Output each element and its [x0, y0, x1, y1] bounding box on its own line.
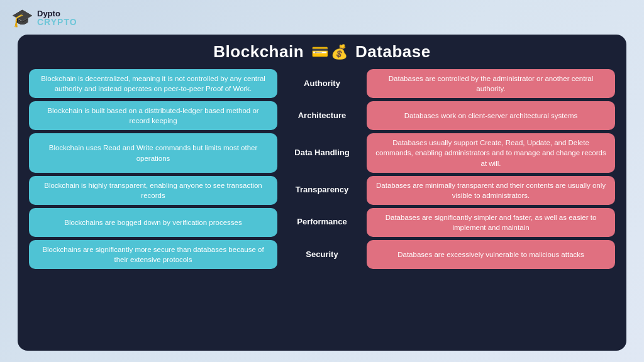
logo-crypto: CRYPTO — [37, 18, 77, 26]
vs-icons: 💳 💰 — [311, 44, 348, 60]
center-cell-1: Architecture — [281, 101, 363, 130]
right-cell-5: Databases are excessively vulnerable to … — [367, 240, 615, 269]
logo-text: Dypto CRYPTO — [37, 9, 77, 26]
right-cell-3: Databases are minimally transparent and … — [367, 176, 615, 205]
center-cell-4: Performance — [281, 208, 363, 237]
center-cell-3: Transparency — [281, 176, 363, 205]
right-cell-4: Databases are significantly simpler and … — [367, 208, 615, 237]
logo: 🎓 Dypto CRYPTO — [11, 8, 77, 28]
left-cell-0: Blockchain is decentralized, meaning it … — [29, 69, 277, 98]
logo-icon: 🎓 — [11, 8, 33, 28]
right-cell-0: Databases are controlled by the administ… — [367, 69, 615, 98]
left-cell-2: Blockchain uses Read and Write commands … — [29, 133, 277, 172]
database-title: Database — [355, 42, 431, 62]
vs-icon-left: 💳 — [311, 44, 328, 60]
left-cell-4: Blockchains are bogged down by verificat… — [29, 208, 277, 237]
center-cell-5: Security — [281, 240, 363, 269]
blockchain-title: Blockchain — [213, 42, 304, 62]
center-cell-2: Data Handling — [281, 133, 363, 172]
header: Blockchain 💳 💰 Database — [29, 42, 615, 62]
left-cell-1: Blockchain is built based on a disttribu… — [29, 101, 277, 130]
left-cell-3: Blockchain is highly transparent, enabli… — [29, 176, 277, 205]
left-cell-5: Blockchains are significantly more secur… — [29, 240, 277, 269]
right-cell-1: Databases work on client-server architec… — [367, 101, 615, 130]
vs-icon-right: 💰 — [331, 44, 348, 60]
main-container: Blockchain 💳 💰 Database Blockchain is de… — [18, 35, 626, 351]
comparison-grid: Blockchain is decentralized, meaning it … — [29, 69, 615, 269]
right-cell-2: Databases usually support Create, Read, … — [367, 133, 615, 172]
center-cell-0: Authority — [281, 69, 363, 98]
